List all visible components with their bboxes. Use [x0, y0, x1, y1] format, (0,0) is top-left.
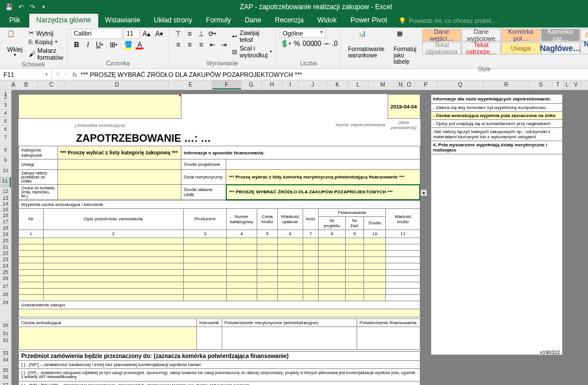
fx-icon[interactable]: fx — [72, 71, 78, 78]
tell-me[interactable]: 💡Powiedz mi, co chcesz zrobić… — [399, 14, 498, 28]
tab-layout[interactable]: Układ strony — [147, 14, 199, 28]
opt2[interactable]: [ ] - [OP] – działalności usługowej odpł… — [19, 368, 420, 381]
save-icon[interactable]: 💾 — [5, 2, 14, 11]
decrease-decimal-button[interactable]: ←.0 — [326, 38, 337, 49]
bold-button[interactable]: B — [71, 40, 82, 50]
dzial-meryt-value[interactable]: *** Proszę wybrać z listy komórkę meryto… — [226, 170, 420, 185]
table-row[interactable] — [19, 256, 420, 263]
align-center-button[interactable]: ≡ — [184, 40, 195, 50]
number-format-select[interactable]: Ogólne▾ — [280, 29, 326, 38]
style-h1[interactable]: Nagłówe… — [541, 42, 580, 55]
table-row[interactable] — [19, 244, 420, 250]
style-h2[interactable]: Nagłówek 2 — [581, 42, 588, 55]
opt1[interactable]: [ ] - [NP.] – działalności badawczej i i… — [19, 360, 420, 368]
percent-button[interactable]: % — [291, 38, 303, 49]
tab-data[interactable]: Dane — [238, 14, 268, 28]
category-value[interactable]: *** Proszę wybrać z listy kategorię zaku… — [58, 146, 181, 160]
tab-file[interactable]: Plik — [0, 14, 29, 28]
indent-increase-button[interactable]: ⇥ — [218, 40, 230, 50]
col-s[interactable]: S — [529, 80, 552, 90]
merge-center-button[interactable]: ⊟Scal i wyśrodkuj▾ — [232, 44, 272, 59]
osoba-wn-field[interactable] — [19, 326, 197, 349]
align-right-button[interactable]: ≡ — [195, 40, 207, 50]
wrap-text-button[interactable]: ↩Zawijaj tekst — [232, 29, 272, 44]
decrease-font-button[interactable]: A▾ — [153, 29, 165, 39]
col-k[interactable]: K — [327, 80, 348, 90]
srodki-umb-value[interactable]: *** PROSZĘ WYBRAĆ ŹRÓDŁO DLA ZAKUPÓW POZ… — [226, 185, 420, 200]
uwagi-field[interactable] — [58, 160, 181, 170]
potw-fin-field[interactable] — [357, 326, 420, 349]
align-top-button[interactable]: ⊤ — [172, 29, 184, 39]
tab-formulas[interactable]: Formuły — [199, 14, 238, 28]
potw-meryt-field[interactable] — [222, 326, 357, 349]
copy-button[interactable]: ⎘Kopiuj▾ — [29, 38, 63, 46]
col-h[interactable]: H — [262, 80, 283, 90]
align-bottom-button[interactable]: ⊥ — [195, 29, 207, 39]
col-r[interactable]: R — [483, 80, 529, 90]
format-table-button[interactable]: ▦ Formatuj jako tabelę — [390, 29, 419, 66]
col-m[interactable]: M — [369, 80, 397, 90]
col-o[interactable]: O — [404, 80, 415, 90]
table-row[interactable] — [19, 294, 420, 301]
cancel-formula-icon[interactable]: ✕ — [55, 71, 60, 78]
style-calc[interactable]: Obliczenia — [581, 29, 588, 41]
align-left-button[interactable]: ≡ — [172, 40, 184, 50]
increase-decimal-button[interactable]: .00→ — [314, 38, 326, 49]
increase-font-button[interactable]: A▴ — [141, 29, 152, 39]
undo-icon[interactable]: ↶ — [16, 2, 25, 11]
cond-format-button[interactable]: 📊 Formatowanie warunkowe — [345, 29, 388, 60]
col-g[interactable]: G — [241, 80, 262, 90]
table-row[interactable] — [19, 238, 420, 244]
table-row[interactable] — [19, 269, 420, 275]
orientation-button[interactable]: ⟳▾ — [207, 29, 218, 39]
table-row[interactable] — [19, 263, 420, 269]
opt3[interactable]: [ ] - [NP.+ZW+OP] – działalności nieokre… — [19, 381, 420, 385]
col-d[interactable]: D — [65, 80, 169, 90]
underline-button[interactable]: U▾ — [94, 40, 105, 50]
style-cell-linked[interactable]: Komórka poł… — [501, 29, 540, 41]
qat-dropdown[interactable]: ▼ — [39, 2, 48, 11]
kontakt-field[interactable] — [58, 185, 181, 200]
srodki-proj-field[interactable] — [226, 160, 420, 170]
style-cell-check[interactable]: Komórka zaz… — [541, 29, 580, 41]
date-field[interactable]: 2019-04-04 — [388, 95, 420, 119]
tab-powerpivot[interactable]: Power Pivot — [343, 14, 394, 28]
col-t[interactable]: T — [552, 80, 564, 90]
col-i[interactable]: I — [283, 80, 299, 90]
col-c[interactable]: C — [38, 80, 65, 90]
table-row[interactable] — [19, 275, 420, 282]
style-note[interactable]: Uwaga — [501, 42, 540, 55]
italic-button[interactable]: I — [82, 40, 94, 50]
col-p[interactable]: P — [415, 80, 438, 90]
font-color-button[interactable]: A — [134, 40, 145, 50]
tab-home[interactable]: Narzędzia główne — [29, 14, 98, 28]
enter-formula-icon[interactable]: ✓ — [64, 71, 69, 78]
tab-view[interactable]: Widok — [311, 14, 343, 28]
col-l[interactable]: L — [348, 80, 369, 90]
select-all-corner[interactable] — [0, 80, 11, 90]
col-n[interactable]: N — [397, 80, 404, 90]
tab-review[interactable]: Recenzja — [268, 14, 311, 28]
paste-button[interactable]: 📋 Wklej ▼ — [3, 29, 26, 58]
dropdown-handle[interactable]: ▼ — [420, 189, 427, 196]
col-f[interactable]: F — [212, 80, 241, 90]
col-q[interactable]: Q — [438, 80, 483, 90]
fill-color-button[interactable]: 🪣 — [122, 40, 134, 50]
style-data-output[interactable]: Dane wyjściowe — [462, 29, 501, 41]
col-b[interactable]: B — [15, 80, 38, 90]
formula-content[interactable]: *** PROSZĘ WYBRAĆ ŹRÓDŁO DLA ZAKUPÓW POZ… — [81, 71, 302, 78]
table-row[interactable] — [19, 288, 420, 294]
font-size-select[interactable]: 11 — [123, 29, 140, 39]
col-v[interactable]: V — [571, 80, 581, 90]
col-l2[interactable]: L — [564, 80, 571, 90]
currency-button[interactable]: 💲▾ — [280, 38, 291, 49]
align-middle-button[interactable]: ≡ — [184, 29, 195, 39]
kierownik-field[interactable] — [197, 326, 222, 349]
style-warning[interactable]: Tekst ostrzeże… — [462, 42, 501, 55]
border-button[interactable]: ⊞▾ — [108, 40, 119, 50]
table-row[interactable] — [19, 282, 420, 288]
col-e[interactable]: E — [169, 80, 212, 90]
uzasad-field[interactable] — [19, 309, 420, 317]
indent-decrease-button[interactable]: ⇤ — [207, 40, 218, 50]
unit-field[interactable] — [19, 95, 181, 119]
